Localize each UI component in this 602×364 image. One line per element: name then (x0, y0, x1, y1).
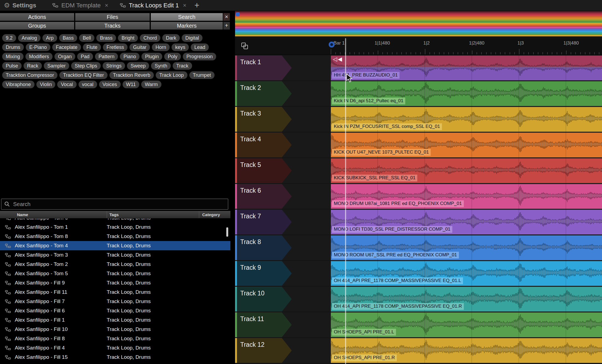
tag-chip[interactable]: Strings (103, 62, 125, 70)
tag-chip[interactable]: Trumpet (189, 71, 215, 79)
tag-chip[interactable]: Drums (2, 43, 24, 51)
result-row[interactable]: Alex Sanfilippo - Tom 2Track Loop, Drums (0, 260, 230, 269)
audio-clip[interactable]: KICK OUT U47_NEVE 1073_PULTEC EQ_01 (331, 133, 602, 157)
track-header[interactable]: Track 2 (237, 81, 292, 106)
tag-chip[interactable]: E-Piano (26, 43, 50, 51)
overview-position-marker[interactable] (236, 12, 240, 16)
browser-add-button[interactable]: + (223, 22, 230, 30)
result-row[interactable]: Alex Sanfilippo - Tom 1Track Loop, Drums (0, 222, 230, 232)
track-header[interactable]: Track 6 (237, 184, 292, 209)
tag-chip[interactable]: Bell (79, 34, 94, 42)
browser-close-button[interactable]: × (223, 13, 230, 21)
tag-chip[interactable]: Brass (96, 34, 116, 42)
browser-tab-groups[interactable]: Groups (0, 22, 74, 30)
result-row[interactable]: Alex Sanfilippo - Fill 15Track Loop, Dru… (0, 353, 230, 362)
tag-chip[interactable]: Dark (162, 34, 180, 42)
track-header[interactable]: Track 7 (237, 210, 292, 234)
tag-chip[interactable]: Sweep (127, 62, 149, 70)
tag-chip[interactable]: Vibraphone (2, 81, 34, 88)
tag-chip[interactable]: Poly (164, 53, 181, 60)
tag-chip[interactable]: Vocal (57, 81, 76, 88)
tab-close-icon[interactable]: × (105, 2, 108, 9)
tag-chip[interactable]: Pulse (2, 62, 22, 70)
column-header-category[interactable]: Category (199, 211, 230, 218)
audio-clip[interactable]: MONO DRUM U87ai_1081 PRE ed EQ_PHOENIX C… (331, 184, 602, 209)
tag-chip[interactable]: Guitar (129, 43, 150, 51)
tag-chip[interactable]: Step Clips (71, 62, 101, 70)
tag-chip[interactable]: Chord (140, 34, 160, 42)
track-header[interactable]: Track 9 (237, 261, 292, 286)
browser-tab-markers[interactable]: Markers (151, 22, 223, 30)
result-row[interactable]: Alex Sanfilippo - Fill 8Track Loop, Drum… (0, 334, 230, 343)
column-header-name[interactable]: Name (0, 212, 107, 217)
tag-chip[interactable]: Analog (18, 34, 40, 42)
tag-chip[interactable]: Synth (151, 62, 171, 70)
result-row[interactable]: Alex Sanfilippo - Fill 7Track Loop, Drum… (0, 297, 230, 306)
overview[interactable] (235, 11, 602, 36)
audio-clip[interactable]: OH 414_API PRE_1178 COMP_MASSIVEPASSIVE … (331, 287, 602, 312)
tag-chip[interactable]: Pattern (95, 53, 118, 60)
tag-chip[interactable]: Violin (36, 81, 56, 88)
tag-chip[interactable]: Lead (191, 43, 209, 51)
result-row[interactable]: Alex Sanfilippo - Tom 4Track Loop, Drums (0, 241, 230, 250)
tag-chip[interactable]: Faceplate (52, 43, 81, 51)
playhead-start-marker[interactable] (329, 42, 335, 48)
track-header[interactable]: Track 12 (237, 338, 292, 363)
tag-chip[interactable]: Organ (54, 53, 75, 60)
tag-chip[interactable]: vocal (79, 81, 97, 88)
new-tab-button[interactable]: + (194, 1, 199, 10)
search-input[interactable] (13, 201, 205, 208)
audio-clip[interactable]: ◁◀HH 451_PRE BUZZAUDIO_01 (331, 55, 602, 80)
tag-chip[interactable]: Piano (120, 53, 140, 60)
tag-chip[interactable]: Horn (152, 43, 170, 51)
settings-button[interactable]: ⚙ Settings (4, 2, 36, 9)
track-header[interactable]: Track 4 (237, 133, 292, 157)
tag-chip[interactable]: Digital (182, 34, 202, 42)
tag-chip[interactable]: keys (172, 43, 189, 51)
track-header[interactable]: Track 11 (237, 312, 292, 337)
tag-chip[interactable]: Flute (83, 43, 101, 51)
audio-clip[interactable]: MONO LOFI TD30_SSL PRE_DISTRESSOR COMP_0… (331, 210, 602, 234)
browser-tab-actions[interactable]: Actions (0, 13, 74, 21)
result-row[interactable]: Alex Sanfilippo - Fill 4Track Loop, Drum… (0, 343, 230, 353)
result-row[interactable]: Alex Sanfilippo - Tom 3Track Loop, Drums (0, 250, 230, 260)
track-header[interactable]: Track 10 (237, 287, 292, 312)
tag-chip[interactable]: Pad (77, 53, 93, 60)
tag-chip[interactable]: Sampler (44, 62, 69, 70)
tag-chip[interactable]: Bass (59, 34, 77, 42)
audio-clip[interactable]: MONO ROOM U67_SSL PRE ed EQ_PHOENIX COMP… (331, 235, 602, 260)
audio-clip[interactable]: Kick IN D6_api 512_Pultec eq_01 (331, 81, 602, 106)
audio-clip[interactable]: OH SHOEPS_API PRE_01.R (331, 338, 602, 363)
tag-chip[interactable]: Tracktion Reverb (109, 71, 154, 79)
tag-chip[interactable]: Progression (183, 53, 216, 60)
tag-chip[interactable]: Tracktion Compressor (2, 71, 57, 79)
track-header[interactable]: Track 8 (237, 235, 292, 260)
document-tab-1[interactable]: EDM Template× (48, 0, 113, 11)
tag-chip[interactable]: Modifiers (25, 53, 53, 60)
browser-tab-files[interactable]: Files (75, 13, 150, 21)
tag-chip[interactable]: 9.2 (2, 34, 16, 42)
tag-chip[interactable]: Mixing (2, 53, 24, 60)
result-row[interactable]: Alex Sanfilippo - Fill 6Track Loop, Drum… (0, 306, 230, 315)
tag-chip[interactable]: Tracktion EQ Filter (59, 71, 107, 79)
tag-chip[interactable]: Bright (118, 34, 138, 42)
tag-chip[interactable]: Track (173, 62, 192, 70)
audio-clip[interactable]: OH SHOEPS_API PRE_01.L (331, 312, 602, 337)
result-row[interactable]: Alex Sanfilippo - Tom 8Track Loop, Drums (0, 232, 230, 241)
tag-chip[interactable]: Rack (24, 62, 42, 70)
audio-clip[interactable]: OH 414_API PRE_1178 COMP_MASSIVEPASSIVE … (331, 261, 602, 286)
browser-tab-search[interactable]: Search (151, 13, 223, 21)
tag-chip[interactable]: Warm (141, 81, 161, 88)
tag-chip[interactable]: Plugin (141, 53, 162, 60)
tag-chip[interactable]: Voices (99, 81, 121, 88)
track-header[interactable]: Track 1 (237, 55, 292, 80)
audio-clip[interactable]: Kick IN PZM_FOCUSRITE_SSL comp_SSL EQ_01 (331, 107, 602, 132)
track-header[interactable]: Track 5 (237, 158, 292, 183)
document-tab-2[interactable]: Track Loops Edit 1× (115, 0, 191, 11)
result-row[interactable]: Alex Sanfilippo - Tom 5Track Loop, Drums (0, 269, 230, 278)
layers-icon[interactable] (241, 42, 248, 49)
result-row[interactable]: Alex Sanfilippo - Tom 6Track Loop, Drums (0, 219, 230, 222)
result-row[interactable]: Alex Sanfilippo - Fill 11Track Loop, Dru… (0, 287, 230, 297)
result-row[interactable]: Alex Sanfilippo - Fill 10Track Loop, Dru… (0, 325, 230, 334)
results-scrollbar-thumb[interactable] (226, 227, 228, 237)
